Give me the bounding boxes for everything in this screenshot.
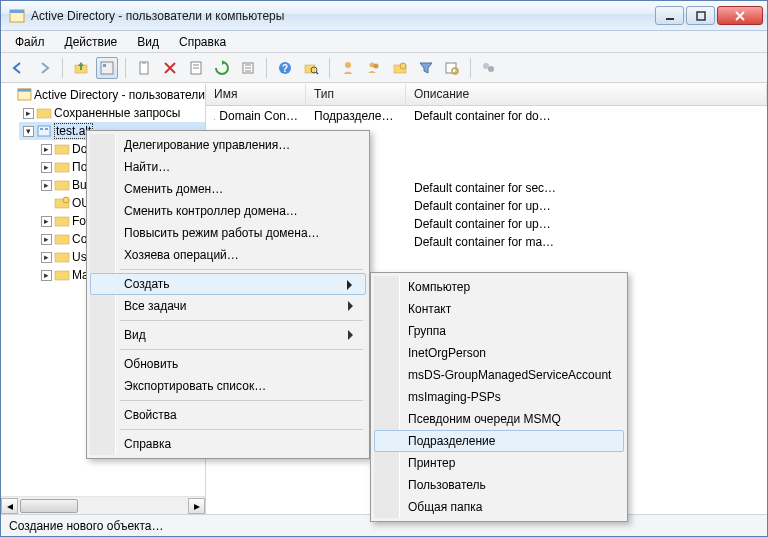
export-button[interactable] xyxy=(237,57,259,79)
window-title: Active Directory - пользователи и компью… xyxy=(31,9,655,23)
column-type[interactable]: Тип xyxy=(306,84,406,105)
ctx-find[interactable]: Найти… xyxy=(90,156,366,178)
search-icon[interactable] xyxy=(441,57,463,79)
forward-button[interactable] xyxy=(33,57,55,79)
context-menu-create: Компьютер Контакт Группа InetOrgPerson m… xyxy=(370,272,628,522)
minimize-button[interactable] xyxy=(655,6,684,25)
delete-button[interactable] xyxy=(159,57,181,79)
menu-action[interactable]: Действие xyxy=(57,33,126,51)
ctx-create-msmq[interactable]: Псевдоним очереди MSMQ xyxy=(374,408,624,430)
column-name[interactable]: Имя xyxy=(206,84,306,105)
svg-point-22 xyxy=(400,63,406,69)
group-icon[interactable] xyxy=(363,57,385,79)
properties-button[interactable] xyxy=(96,57,118,79)
ctx-delegate[interactable]: Делегирование управления… xyxy=(90,134,366,156)
close-button[interactable] xyxy=(717,6,763,25)
ctx-create-printer[interactable]: Принтер xyxy=(374,452,624,474)
svg-rect-8 xyxy=(142,61,146,64)
ctx-help[interactable]: Справка xyxy=(90,433,366,455)
ctx-separator xyxy=(120,349,363,350)
up-button[interactable] xyxy=(70,57,92,79)
folder-icon xyxy=(54,159,70,175)
list-row[interactable]: Domain Con… Подразделение Default contai… xyxy=(206,107,767,125)
svg-rect-39 xyxy=(55,235,69,244)
ctx-refresh[interactable]: Обновить xyxy=(90,353,366,375)
folder-icon xyxy=(54,267,70,283)
ou-icon-toolbar[interactable] xyxy=(389,57,411,79)
ctx-create[interactable]: Создать xyxy=(90,273,366,295)
ctx-separator xyxy=(120,269,363,270)
column-desc[interactable]: Описание xyxy=(406,84,767,105)
tree-root-icon xyxy=(17,87,32,103)
ctx-create-computer[interactable]: Компьютер xyxy=(374,276,624,298)
svg-rect-15 xyxy=(305,65,315,73)
find-button[interactable] xyxy=(300,57,322,79)
list-header: Имя Тип Описание xyxy=(206,84,767,106)
ctx-create-contact[interactable]: Контакт xyxy=(374,298,624,320)
ctx-all-tasks[interactable]: Все задачи xyxy=(90,295,366,317)
context-menu-main: Делегирование управления… Найти… Сменить… xyxy=(86,130,370,459)
filter-icon[interactable] xyxy=(415,57,437,79)
ctx-create-msimaging[interactable]: msImaging-PSPs xyxy=(374,386,624,408)
scroll-right-button[interactable]: ▸ xyxy=(188,498,205,514)
svg-rect-30 xyxy=(38,126,50,136)
maximize-button[interactable] xyxy=(686,6,715,25)
scroll-left-button[interactable]: ◂ xyxy=(1,498,18,514)
ctx-change-dc[interactable]: Сменить контроллер домена… xyxy=(90,200,366,222)
tree-horizontal-scrollbar[interactable]: ◂ ▸ xyxy=(1,496,205,514)
svg-point-18 xyxy=(345,62,351,68)
menu-view[interactable]: Вид xyxy=(129,33,167,51)
ctx-change-domain[interactable]: Сменить домен… xyxy=(90,178,366,200)
svg-rect-40 xyxy=(55,253,69,262)
help-button[interactable]: ? xyxy=(274,57,296,79)
svg-point-25 xyxy=(483,63,489,69)
svg-rect-32 xyxy=(45,128,48,130)
scroll-thumb[interactable] xyxy=(20,499,78,513)
submenu-arrow-icon xyxy=(347,280,357,290)
ctx-separator xyxy=(120,320,363,321)
svg-rect-6 xyxy=(103,64,106,67)
extra-icon[interactable] xyxy=(478,57,500,79)
expander-icon[interactable]: ▾ xyxy=(23,126,34,137)
tree-saved-queries[interactable]: ▸ Сохраненные запросы xyxy=(19,104,205,122)
menu-help[interactable]: Справка xyxy=(171,33,234,51)
toolbar-separator xyxy=(329,58,330,78)
folder-icon xyxy=(54,141,70,157)
svg-rect-33 xyxy=(55,145,69,154)
svg-rect-31 xyxy=(40,128,43,130)
toolbar-separator xyxy=(62,58,63,78)
expander-icon[interactable]: ▸ xyxy=(23,108,34,119)
folder-icon xyxy=(54,249,70,265)
clipboard-button[interactable] xyxy=(133,57,155,79)
menu-file[interactable]: Файл xyxy=(7,33,53,51)
svg-point-26 xyxy=(488,66,494,72)
ctx-raise-level[interactable]: Повысить режим работы домена… xyxy=(90,222,366,244)
ctx-create-ou[interactable]: Подразделение xyxy=(374,430,624,452)
svg-rect-2 xyxy=(666,18,674,20)
titlebar: Active Directory - пользователи и компью… xyxy=(1,1,767,31)
properties2-button[interactable] xyxy=(185,57,207,79)
toolbar-separator xyxy=(125,58,126,78)
svg-text:?: ? xyxy=(282,63,288,74)
toolbar-separator xyxy=(266,58,267,78)
user-icon[interactable] xyxy=(337,57,359,79)
folder-icon xyxy=(54,177,70,193)
submenu-arrow-icon xyxy=(348,301,358,311)
ctx-properties[interactable]: Свойства xyxy=(90,404,366,426)
folder-icon xyxy=(54,213,70,229)
ctx-view[interactable]: Вид xyxy=(90,324,366,346)
ctx-create-msds[interactable]: msDS-GroupManagedServiceAccount xyxy=(374,364,624,386)
ctx-operation-masters[interactable]: Хозяева операций… xyxy=(90,244,366,266)
ctx-create-group[interactable]: Группа xyxy=(374,320,624,342)
submenu-arrow-icon xyxy=(348,330,358,340)
svg-rect-28 xyxy=(18,89,31,92)
tree-root[interactable]: Active Directory - пользователи xyxy=(1,86,205,104)
ctx-export[interactable]: Экспортировать список… xyxy=(90,375,366,397)
back-button[interactable] xyxy=(7,57,29,79)
svg-rect-3 xyxy=(697,12,705,20)
refresh-button[interactable] xyxy=(211,57,233,79)
ctx-create-sharedfolder[interactable]: Общая папка xyxy=(374,496,624,518)
app-icon xyxy=(9,8,25,24)
ctx-create-user[interactable]: Пользователь xyxy=(374,474,624,496)
ctx-create-inetorg[interactable]: InetOrgPerson xyxy=(374,342,624,364)
